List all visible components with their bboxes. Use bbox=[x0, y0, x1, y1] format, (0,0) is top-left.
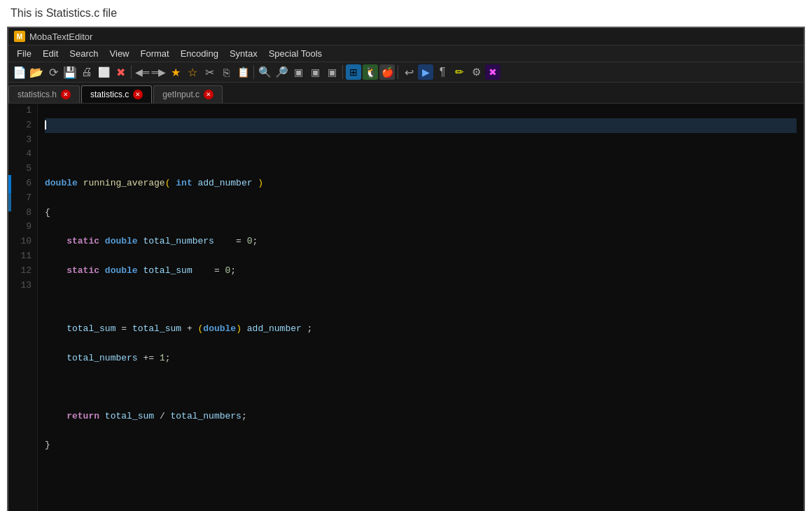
save-button[interactable]: 💾 bbox=[62, 64, 78, 80]
code-line-4: { bbox=[45, 206, 797, 220]
code-line-8: total_sum = total_sum + (double) add_num… bbox=[45, 322, 797, 337]
cut-button[interactable]: ✂ bbox=[202, 64, 217, 80]
edit-button[interactable]: ✏ bbox=[451, 64, 467, 80]
undo-button[interactable]: ↩ bbox=[401, 64, 416, 80]
app-icon: M bbox=[14, 31, 25, 42]
code-line-11: return total_sum / total_numbers; bbox=[45, 410, 797, 424]
sep3 bbox=[342, 65, 343, 79]
sep1 bbox=[131, 65, 132, 79]
tab-statistics-h[interactable]: statistics.h ✕ bbox=[8, 85, 80, 103]
menu-search[interactable]: Search bbox=[64, 47, 104, 60]
line-numbers: 1 2 3 4 5 6 7 8 9 10 11 12 13 bbox=[13, 104, 38, 511]
toolbar: 📄 📂 ⟳ 💾 🖨 ⬜ ✖ ◀═ ═▶ ★ ☆ ✂ ⎘ 📋 🔍 🔎 ▣ ▣ ▣ … bbox=[8, 62, 804, 83]
code-line-1 bbox=[45, 118, 797, 133]
print2-button[interactable]: ⬜ bbox=[96, 64, 111, 80]
paste-button[interactable]: 📋 bbox=[235, 64, 251, 80]
clip3-button[interactable]: ▣ bbox=[324, 64, 340, 80]
settings-button[interactable]: ⚙ bbox=[468, 64, 484, 80]
macro-button[interactable]: ▶ bbox=[418, 64, 433, 80]
code-editor[interactable]: double running_average( int add_number )… bbox=[38, 104, 804, 511]
menu-view[interactable]: View bbox=[104, 47, 135, 60]
code-line-13 bbox=[45, 468, 797, 482]
sep4 bbox=[398, 65, 398, 79]
open-button[interactable]: 📂 bbox=[29, 64, 44, 80]
mac-button[interactable]: 🍎 bbox=[379, 64, 395, 80]
code-area: 1 2 3 4 5 6 7 8 9 10 11 12 13 double run… bbox=[8, 104, 804, 511]
title-bar: M MobaTextEditor bbox=[8, 28, 804, 46]
clip2-button[interactable]: ▣ bbox=[307, 64, 323, 80]
copy-button[interactable]: ⎘ bbox=[218, 64, 234, 80]
code-line-3: double running_average( int add_number ) bbox=[45, 176, 797, 191]
menu-bar: File Edit Search View Format Encoding Sy… bbox=[8, 46, 804, 62]
indent-button[interactable]: ═▶ bbox=[151, 64, 167, 80]
tab-getinput-c[interactable]: getInput.c ✕ bbox=[153, 85, 223, 103]
tab-close-getinput-c[interactable]: ✕ bbox=[204, 90, 214, 99]
close-app-button[interactable]: ✖ bbox=[485, 64, 500, 80]
findreplace-button[interactable]: 🔎 bbox=[274, 64, 289, 80]
app-title: MobaTextEditor bbox=[29, 31, 92, 42]
pilcrow-button[interactable]: ¶ bbox=[435, 64, 450, 80]
menu-edit[interactable]: Edit bbox=[37, 47, 64, 60]
editor-window: M MobaTextEditor File Edit Search View F… bbox=[7, 27, 805, 511]
tab-bar: statistics.h ✕ statistics.c ✕ getInput.c… bbox=[8, 83, 804, 104]
windows-button[interactable]: ⊞ bbox=[346, 64, 361, 80]
find-button[interactable]: 🔍 bbox=[257, 64, 272, 80]
new-button[interactable]: 📄 bbox=[12, 64, 27, 80]
menu-file[interactable]: File bbox=[11, 47, 37, 60]
bookmark2-button[interactable]: ☆ bbox=[185, 64, 200, 80]
sep2 bbox=[253, 65, 254, 79]
print-button[interactable]: 🖨 bbox=[79, 64, 94, 80]
code-line-9: total_numbers += 1; bbox=[45, 351, 797, 366]
linux-button[interactable]: 🐧 bbox=[363, 64, 378, 80]
tab-label: statistics.h bbox=[18, 90, 57, 99]
menu-syntax[interactable]: Syntax bbox=[224, 47, 263, 60]
code-line-5: static double total_numbers = 0; bbox=[45, 234, 797, 249]
clip1-button[interactable]: ▣ bbox=[290, 64, 306, 80]
unindent-button[interactable]: ◀═ bbox=[134, 64, 150, 80]
menu-format[interactable]: Format bbox=[135, 47, 175, 60]
bookmark-button[interactable]: ★ bbox=[168, 64, 183, 80]
close-file-button[interactable]: ✖ bbox=[113, 64, 128, 80]
tab-label: statistics.c bbox=[90, 90, 129, 99]
code-line-2 bbox=[45, 147, 797, 162]
tab-label: getInput.c bbox=[162, 90, 200, 99]
menu-special-tools[interactable]: Special Tools bbox=[263, 47, 328, 60]
tab-close-statistics-h[interactable]: ✕ bbox=[61, 90, 71, 99]
code-line-12: } bbox=[45, 438, 797, 453]
code-line-10 bbox=[45, 380, 797, 395]
page-header-text: This is Statistics.c file bbox=[10, 7, 117, 19]
reload-button[interactable]: ⟳ bbox=[46, 64, 61, 80]
tab-statistics-c[interactable]: statistics.c ✕ bbox=[81, 85, 152, 103]
page-header: This is Statistics.c file bbox=[0, 0, 812, 27]
code-line-7 bbox=[45, 293, 797, 307]
menu-encoding[interactable]: Encoding bbox=[175, 47, 224, 60]
code-line-6: static double total_sum = 0; bbox=[45, 264, 797, 279]
tab-close-statistics-c[interactable]: ✕ bbox=[133, 90, 143, 99]
